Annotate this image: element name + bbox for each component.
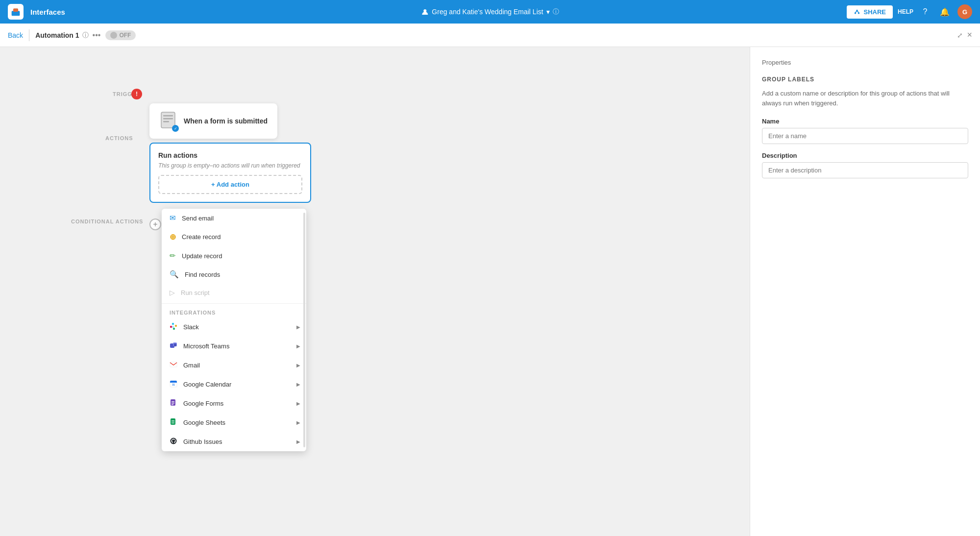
gsheets-chevron: ▶ [296,420,300,425]
integration-google-sheets[interactable]: Google Sheets ▶ [162,413,306,432]
top-nav-right: SHARE HELP ? 🔔 G [847,4,972,19]
trigger-icon-wrap: ✓ [159,111,177,131]
action-create-record[interactable]: ⊕ Create record [162,227,306,246]
svg-rect-19 [174,343,176,346]
actions-label: ACTIONS [105,135,133,141]
action-send-email[interactable]: ✉ Send email [162,209,306,227]
svg-line-7 [857,11,859,12]
integration-slack[interactable]: Slack ▶ [162,317,306,337]
automation-info-icon[interactable]: ⓘ [82,31,89,40]
dropdown-scrollbar[interactable] [303,213,305,447]
gforms-chevron: ▶ [296,401,300,406]
expand-button[interactable]: ⤢ [957,31,963,39]
integration-google-forms[interactable]: Google Forms ▶ [162,394,306,413]
integration-gmail[interactable]: Gmail ▶ [162,356,306,375]
integration-microsoft-teams[interactable]: Microsoft Teams ▶ [162,337,306,356]
gmail-chevron: ▶ [296,363,300,368]
find-records-label: Find records [185,271,220,278]
properties-panel: Properties GROUP LABELS Add a custom nam… [750,47,980,536]
update-record-icon: ✏ [170,251,176,260]
email-icon: ✉ [170,214,176,222]
svg-rect-26 [172,401,174,402]
svg-rect-15 [172,323,174,325]
svg-point-4 [855,12,857,14]
svg-rect-27 [172,403,174,404]
action-find-records[interactable]: 🔍 Find records [162,265,306,284]
app-logo [8,4,24,20]
dropdown-divider [162,303,306,304]
share-icon [854,8,860,15]
main-layout: TRIGGER ! ✓ When a form is submitted ACT… [0,47,980,536]
svg-rect-16 [172,326,174,328]
notification-button[interactable]: 🔔 [938,5,952,19]
help-button[interactable]: HELP [899,5,912,19]
run-script-label: Run script [181,289,210,296]
run-actions-title: Run actions [158,151,302,159]
run-actions-subtitle: This group is empty–no actions will run … [158,162,302,169]
slack-chevron: ▶ [296,324,300,330]
close-button[interactable]: × [967,30,972,40]
gforms-icon [170,399,177,408]
project-name[interactable]: Greg and Katie's Wedding Email List [432,8,543,16]
share-button[interactable]: SHARE [847,5,893,19]
back-button[interactable]: Back [8,31,23,39]
svg-rect-10 [163,118,173,120]
svg-point-3 [857,10,858,12]
project-title-area: Greg and Katie's Wedding Email List ▾ ⓘ [421,7,559,16]
svg-text:31: 31 [172,383,175,386]
user-icon [421,8,429,16]
avatar[interactable]: G [957,4,972,19]
trigger-check-icon: ✓ [172,125,179,132]
action-update-record[interactable]: ✏ Update record [162,246,306,265]
toggle-button[interactable]: OFF [105,30,136,40]
name-field-label: Name [762,118,968,125]
toggle-label: OFF [119,32,131,39]
add-action-button[interactable]: + Add action [158,175,302,194]
gsheets-icon [170,418,177,427]
svg-rect-30 [172,420,174,421]
interfaces-title: Interfaces [30,8,65,16]
svg-point-5 [858,12,860,14]
create-record-label: Create record [182,233,220,241]
gmail-icon [170,361,177,370]
name-input[interactable] [762,128,968,144]
integration-github-issues[interactable]: Github Issues ▶ [162,432,306,451]
description-input[interactable] [762,162,968,178]
info-icon[interactable]: ⓘ [553,7,559,16]
send-email-label: Send email [182,215,214,222]
integration-google-calendar[interactable]: 31 Google Calendar ▶ [162,375,306,394]
conditional-actions-label: CONDITIONAL ACTIONS [71,219,143,224]
gcal-label: Google Calendar [183,381,231,388]
svg-point-33 [171,438,177,444]
automation-more-button[interactable]: ••• [93,31,101,40]
svg-rect-28 [172,404,173,405]
svg-rect-11 [163,121,169,122]
trigger-card[interactable]: ✓ When a form is submitted [149,103,277,139]
top-nav: Interfaces Greg and Katie's Wedding Emai… [0,0,980,24]
gcal-chevron: ▶ [296,382,300,387]
run-script-icon: ▷ [170,289,175,296]
gsheets-label: Google Sheets [183,419,225,426]
toggle-circle [110,32,117,39]
action-run-script[interactable]: ▷ Run script [162,284,306,301]
add-conditional-action-button[interactable]: + [149,219,161,230]
slack-label: Slack [183,323,199,331]
github-chevron: ▶ [296,439,300,444]
dropdown-chevron[interactable]: ▾ [546,8,550,16]
sub-nav: Back Automation 1 ⓘ ••• OFF ⤢ × [0,24,980,47]
question-icon-button[interactable]: ? [918,5,932,19]
slack-icon [170,322,177,332]
create-record-icon: ⊕ [170,232,176,242]
teams-label: Microsoft Teams [183,342,229,350]
gmail-label: Gmail [183,362,200,369]
description-field-label: Description [762,152,968,159]
sub-nav-divider [29,29,29,41]
github-label: Github Issues [183,438,222,445]
group-labels-description: Add a custom name or description for thi… [762,89,968,108]
trigger-text: When a form is submitted [184,117,268,125]
svg-rect-20 [170,362,177,367]
automation-name: Automation 1 [35,31,79,39]
teams-icon [170,341,177,351]
gcal-icon: 31 [170,380,177,389]
properties-panel-title: Properties [762,59,968,66]
